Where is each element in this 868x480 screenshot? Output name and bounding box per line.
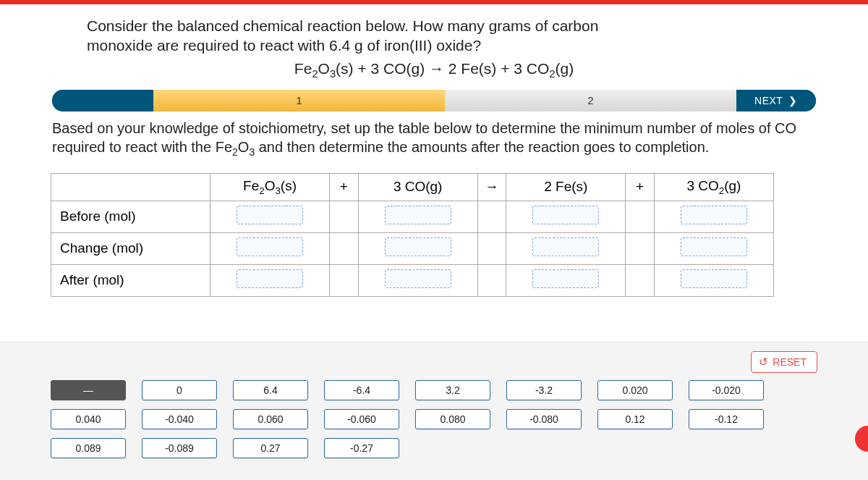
next-label: NEXT <box>754 95 783 106</box>
step-2-label: 2 <box>587 94 593 106</box>
step-progress-bar: 1 2 NEXT ❯ <box>52 90 816 111</box>
col-co: 3 CO(g) <box>358 173 477 201</box>
step-1[interactable]: 1 <box>153 90 445 111</box>
tile-n0p080[interactable]: -0.080 <box>506 409 582 429</box>
tile-0[interactable]: 0 <box>142 380 217 400</box>
instr-p2: and then determine the amounts after the… <box>255 139 709 155</box>
instr-sub2: 3 <box>249 146 255 158</box>
col-fe2o3: Fe2O3(s) <box>210 173 330 201</box>
slot-after-fe[interactable] <box>532 269 599 288</box>
tile-0p020[interactable]: 0.020 <box>597 380 673 400</box>
tile-n0p060[interactable]: -0.060 <box>324 409 399 429</box>
main-content: Consider the balanced chemical reaction … <box>0 4 868 297</box>
balanced-equation: Fe2O3(s) + 3 CO(g) → 2 Fe(s) + 3 CO2(g) <box>51 60 817 80</box>
col-co2: 3 CO2(g) <box>654 173 773 201</box>
tile-0p089[interactable]: 0.089 <box>51 438 126 458</box>
next-button[interactable]: NEXT ❯ <box>736 90 816 111</box>
slot-after-co[interactable] <box>385 269 451 288</box>
slot-change-fe2o3[interactable] <box>237 237 303 256</box>
tile-row-1: — 0 6.4 -6.4 3.2 -3.2 0.020 -0.020 <box>51 380 817 400</box>
tile-n0p020[interactable]: -0.020 <box>689 380 764 400</box>
tile-n6p4[interactable]: -6.4 <box>324 380 399 400</box>
slot-change-co2[interactable] <box>681 237 747 256</box>
slot-before-co2[interactable] <box>681 206 747 224</box>
table-row: Change (mol) <box>51 232 774 264</box>
tile-n0p040[interactable]: -0.040 <box>142 409 217 429</box>
tile-n3p2[interactable]: -3.2 <box>506 380 582 400</box>
slot-change-co[interactable] <box>385 237 451 256</box>
chevron-right-icon: ❯ <box>788 95 798 106</box>
col-fe: 2 Fe(s) <box>506 173 626 201</box>
slot-before-fe2o3[interactable] <box>237 206 303 224</box>
tile-n0p12[interactable]: -0.12 <box>689 409 764 429</box>
step-2[interactable]: 2 <box>445 90 736 111</box>
reset-icon: ↺ <box>759 355 768 369</box>
question-text: Consider the balanced chemical reaction … <box>51 12 817 56</box>
tile-dash[interactable]: — <box>51 380 126 400</box>
op-plus-2: + <box>626 173 655 201</box>
tile-0p12[interactable]: 0.12 <box>597 409 673 429</box>
reset-button[interactable]: ↺ RESET <box>751 351 817 373</box>
question-line-2: monoxide are required to react with 6.4 … <box>87 37 481 54</box>
table-corner <box>51 173 210 201</box>
step-bar-lead <box>52 90 153 111</box>
slot-change-fe[interactable] <box>532 237 599 256</box>
reset-label: RESET <box>773 356 807 368</box>
step-1-label: 1 <box>296 94 302 106</box>
tile-row-2: 0.040 -0.040 0.060 -0.060 0.080 -0.080 0… <box>51 409 817 429</box>
step-instructions: Based on your knowledge of stoichiometry… <box>52 119 816 159</box>
tile-3p2[interactable]: 3.2 <box>415 380 490 400</box>
slot-before-fe[interactable] <box>532 206 599 224</box>
tile-row-3: 0.089 -0.089 0.27 -0.27 <box>51 438 817 458</box>
instr-sub1: 2 <box>232 146 238 158</box>
tile-0p060[interactable]: 0.060 <box>233 409 308 429</box>
tile-0p080[interactable]: 0.080 <box>415 409 490 429</box>
slot-after-fe2o3[interactable] <box>237 269 303 288</box>
table-row: After (mol) <box>51 264 774 296</box>
row-change-label: Change (mol) <box>51 232 210 264</box>
answer-tile-zone: ↺ RESET — 0 6.4 -6.4 3.2 -3.2 0.020 -0.0… <box>0 342 868 480</box>
tile-0p27[interactable]: 0.27 <box>233 438 308 458</box>
slot-before-co[interactable] <box>385 206 451 224</box>
tile-0p040[interactable]: 0.040 <box>51 409 126 429</box>
row-after-label: After (mol) <box>51 264 210 296</box>
table-row: Before (mol) <box>51 201 774 232</box>
question-line-1: Consider the balanced chemical reaction … <box>87 17 598 34</box>
instr-mid: O <box>238 139 250 155</box>
tile-6p4[interactable]: 6.4 <box>233 380 308 400</box>
tile-n0p089[interactable]: -0.089 <box>142 438 217 458</box>
tile-n0p27[interactable]: -0.27 <box>324 438 399 458</box>
slot-after-co2[interactable] <box>681 269 747 288</box>
op-plus-1: + <box>330 173 359 201</box>
ice-table: Fe2O3(s) + 3 CO(g) → 2 Fe(s) + 3 CO2(g) … <box>51 173 774 297</box>
op-arrow: → <box>477 173 506 201</box>
row-before-label: Before (mol) <box>51 201 210 232</box>
